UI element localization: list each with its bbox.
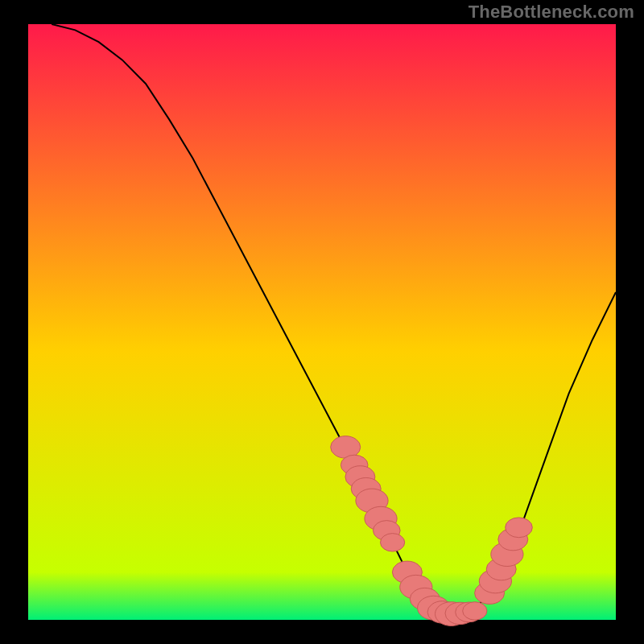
- chart-container: TheBottleneck.com: [0, 0, 644, 644]
- marker-dot: [506, 518, 533, 538]
- watermark-text: TheBottleneck.com: [469, 2, 634, 23]
- marker-dot: [381, 534, 405, 551]
- bottleneck-chart: [0, 0, 644, 644]
- marker-dot: [463, 602, 487, 620]
